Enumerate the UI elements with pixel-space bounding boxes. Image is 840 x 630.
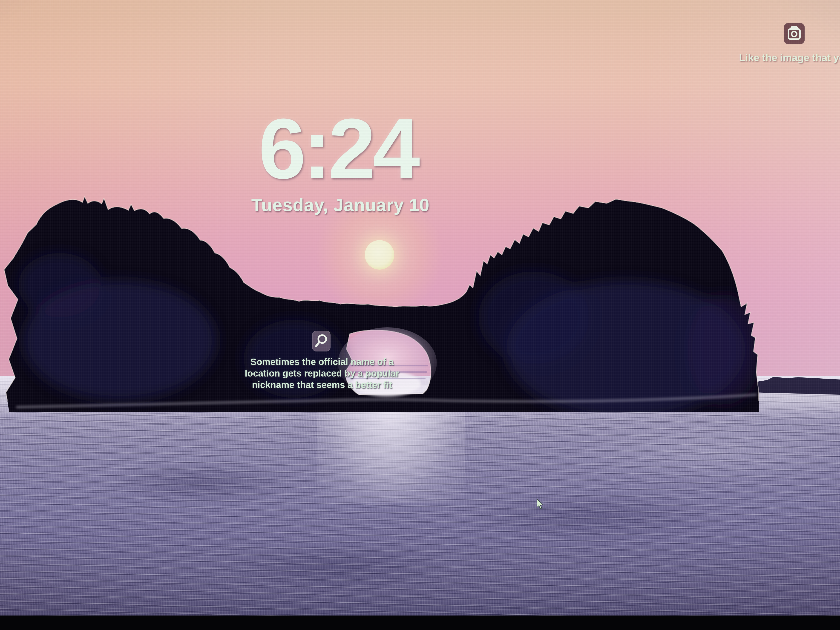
clock-date: Tuesday, January 10 [244, 194, 437, 216]
spotlight-hint-text: Sometimes the official name of a locatio… [239, 356, 405, 390]
spotlight-hint-line: nickname that seems a better fit [239, 379, 405, 390]
distant-shore [755, 377, 840, 395]
camera-icon-tile[interactable] [784, 23, 805, 44]
mouse-cursor [536, 499, 544, 510]
search-icon [312, 331, 330, 352]
clock-time: 6:24 [243, 99, 432, 198]
spotlight-hint-line: location gets replaced by a popular [239, 368, 405, 379]
spotlight-like-label: Like the image that you see [739, 52, 840, 64]
island-silhouette [0, 0, 840, 630]
camera-icon [784, 23, 805, 44]
spotlight-hint-line: Sometimes the official name of a [239, 356, 405, 368]
monitor-bezel [0, 616, 840, 630]
search-icon-tile[interactable] [312, 331, 330, 352]
lock-screen[interactable]: 6:24 Tuesday, January 10 Sometimes the o… [0, 0, 840, 630]
